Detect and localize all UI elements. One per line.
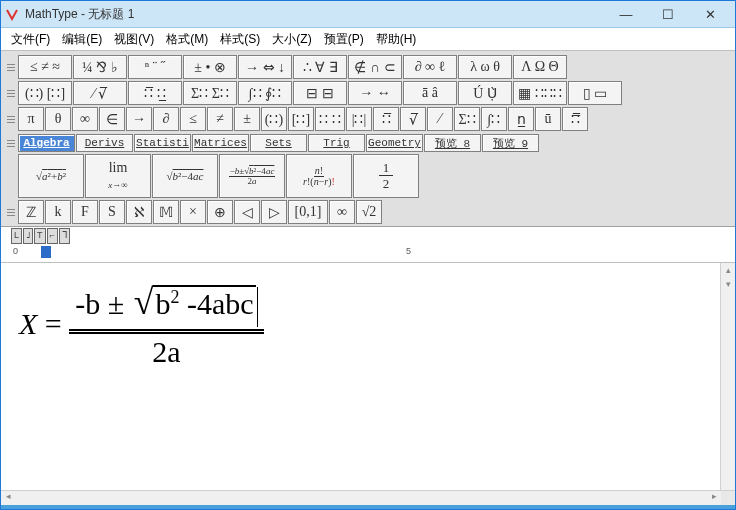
palette-hats[interactable]: ā â (403, 81, 457, 105)
align-2[interactable]: ˩ (23, 228, 33, 244)
scroll-up-icon[interactable]: ▴ (721, 263, 735, 277)
sym-pi[interactable]: π (18, 107, 44, 131)
sym-tri-right[interactable]: ▷ (261, 200, 287, 224)
palette-calc[interactable]: ∂ ∞ ℓ (403, 55, 457, 79)
sym-S[interactable]: S (99, 200, 125, 224)
close-button[interactable]: ✕ (689, 2, 731, 26)
menu-style[interactable]: 样式(S) (214, 29, 266, 50)
sym-tri-left[interactable]: ◁ (234, 200, 260, 224)
numerator[interactable]: -b ± √b2 -4abc (69, 281, 263, 331)
denominator[interactable]: 2a (69, 331, 263, 369)
toolbar-grip[interactable] (7, 55, 15, 79)
palette-matrices[interactable]: ▦ ∷∷∷ (513, 81, 567, 105)
formula[interactable]: X = -b ± √b2 -4abc 2a (19, 283, 264, 371)
template-pythagoras[interactable]: √a²+b² (18, 154, 84, 198)
align-5[interactable]: ᒣ (59, 228, 70, 244)
palette-logic[interactable]: ∴ ∀ ∃ (293, 55, 347, 79)
template-half[interactable]: 12 (353, 154, 419, 198)
tab-statistics[interactable]: Statisti (134, 134, 191, 152)
sym-neq[interactable]: ≠ (207, 107, 233, 131)
menu-help[interactable]: 帮助(H) (370, 29, 423, 50)
ruler[interactable]: 0 5 (1, 244, 735, 263)
scroll-left-icon[interactable]: ◂ (1, 491, 15, 505)
sym-times[interactable]: × (180, 200, 206, 224)
maximize-button[interactable]: ☐ (647, 2, 689, 26)
sym-F[interactable]: F (72, 200, 98, 224)
toolbar-grip[interactable] (7, 107, 15, 131)
tmpl-over[interactable]: ū (535, 107, 561, 131)
menu-edit[interactable]: 编辑(E) (56, 29, 108, 50)
tab-marker[interactable] (41, 246, 51, 258)
palette-accents[interactable]: ⁿ ¨ ˝ (128, 55, 182, 79)
sym-M[interactable]: 𝕄 (153, 200, 179, 224)
tab-geometry[interactable]: Geometry (366, 134, 423, 152)
align-L[interactable]: L (11, 228, 22, 244)
tmpl-doublebar[interactable]: ∷̿ (562, 107, 588, 131)
sym-oplus[interactable]: ⊕ (207, 200, 233, 224)
menu-format[interactable]: 格式(M) (160, 29, 214, 50)
tmpl-int[interactable]: ∫∷ (481, 107, 507, 131)
sym-interval[interactable]: [0,1] (288, 200, 328, 224)
toolbar-grip[interactable] (7, 81, 15, 105)
sym-Z[interactable]: ℤ (18, 200, 44, 224)
palette-misc1[interactable]: ¼ ⅋ ♭ (73, 55, 127, 79)
palette-operators[interactable]: ± • ⊗ (183, 55, 237, 79)
fraction[interactable]: -b ± √b2 -4abc 2a (69, 281, 263, 369)
tab-derivs[interactable]: Derivs (76, 134, 133, 152)
palette-integrals[interactable]: ∫∷ ∮∷ (238, 81, 292, 105)
toolbar-grip[interactable] (7, 134, 15, 152)
sym-partial[interactable]: ∂ (153, 107, 179, 131)
sqrt[interactable]: √b2 -4abc (132, 281, 256, 323)
vertical-scrollbar[interactable]: ▴ ▾ (720, 263, 735, 490)
sym-leq[interactable]: ≤ (180, 107, 206, 131)
tmpl-bracket[interactable]: [∷] (288, 107, 314, 131)
sym-sqrt2[interactable]: √2 (356, 200, 382, 224)
sym-infinity[interactable]: ∞ (72, 107, 98, 131)
equation-editor[interactable]: X = -b ± √b2 -4abc 2a ▴ ▾ (1, 263, 735, 490)
palette-arrows[interactable]: → ⇔ ↓ (238, 55, 292, 79)
minimize-button[interactable]: — (605, 2, 647, 26)
tmpl-under[interactable]: n̲ (508, 107, 534, 131)
sym-aleph[interactable]: ℵ (126, 200, 152, 224)
tmpl-bar[interactable]: ∷̅ (373, 107, 399, 131)
sym-theta[interactable]: θ (45, 107, 71, 131)
palette-sets[interactable]: ∉ ∩ ⊂ (348, 55, 402, 79)
menu-view[interactable]: 视图(V) (108, 29, 160, 50)
sym-pm[interactable]: ± (234, 107, 260, 131)
tab-sets[interactable]: Sets (250, 134, 307, 152)
template-combination[interactable]: n!r!(n−r)! (286, 154, 352, 198)
tmpl-subsup[interactable]: ∷ ∷ (315, 107, 345, 131)
tmpl-frac[interactable]: ⁄ (427, 107, 453, 131)
palette-greek-upper[interactable]: Λ Ω Θ (513, 55, 567, 79)
menu-preferences[interactable]: 预置(P) (318, 29, 370, 50)
tmpl-sum[interactable]: Σ∷ (454, 107, 480, 131)
tmpl-paren[interactable]: (∷) (261, 107, 287, 131)
align-4[interactable]: ⌐ (47, 228, 58, 244)
palette-fractions[interactable]: ⁄ √̅ (73, 81, 127, 105)
palette-fences[interactable]: (∷) [∷] (18, 81, 72, 105)
template-limit[interactable]: limx→∞ (85, 154, 151, 198)
sym-k[interactable]: k (45, 200, 71, 224)
toolbar-grip[interactable] (7, 200, 15, 224)
palette-sums[interactable]: Σ∷ Σ∷ (183, 81, 237, 105)
palette-spacing[interactable]: ▯ ▭ (568, 81, 622, 105)
palette-greek-lower[interactable]: λ ω θ (458, 55, 512, 79)
palette-overbar[interactable]: ∷̅ ∷̲ (128, 81, 182, 105)
palette-label-arrows[interactable]: → ↔ (348, 81, 402, 105)
tab-trig[interactable]: Trig (308, 134, 365, 152)
menu-size[interactable]: 大小(Z) (266, 29, 317, 50)
scroll-right-icon[interactable]: ▸ (707, 491, 721, 505)
scroll-down-icon[interactable]: ▾ (721, 277, 735, 291)
palette-boxes[interactable]: ⊟ ⊟ (293, 81, 347, 105)
tab-preview9[interactable]: 预览 9 (482, 134, 539, 152)
align-T[interactable]: T (34, 228, 46, 244)
tab-matrices[interactable]: Matrices (192, 134, 249, 152)
tab-algebra[interactable]: Algebra (18, 134, 75, 152)
palette-primes[interactable]: Ú Ụ̀ (458, 81, 512, 105)
template-quadratic[interactable]: −b±√b²−4ac2a (219, 154, 285, 198)
tab-preview8[interactable]: 预览 8 (424, 134, 481, 152)
sym-infty2[interactable]: ∞ (329, 200, 355, 224)
template-discriminant[interactable]: √b²−4ac (152, 154, 218, 198)
tmpl-abs[interactable]: |∷| (346, 107, 372, 131)
palette-relations[interactable]: ≤ ≠ ≈ (18, 55, 72, 79)
